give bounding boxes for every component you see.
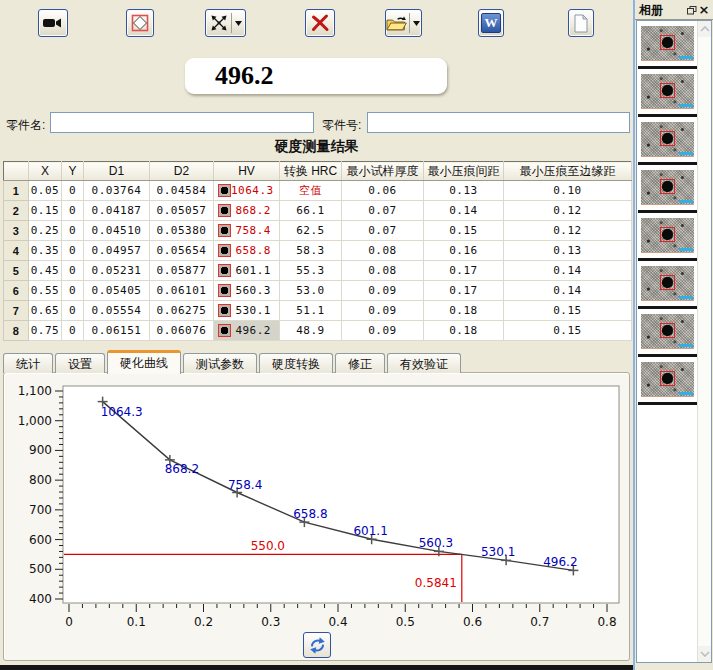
- cell-min_thickness[interactable]: 0.07: [342, 221, 424, 241]
- cell-min_spacing[interactable]: 0.14: [424, 201, 504, 221]
- cell-y[interactable]: 0: [62, 221, 84, 241]
- row-number[interactable]: 2: [4, 201, 29, 221]
- cell-x[interactable]: 0.55: [29, 281, 62, 301]
- column-header[interactable]: 最小压痕间距: [424, 162, 504, 181]
- cell-min_edge[interactable]: 0.15: [504, 301, 632, 321]
- cell-min_spacing[interactable]: 0.18: [424, 321, 504, 341]
- column-header[interactable]: HV: [214, 162, 280, 181]
- column-header[interactable]: Y: [62, 162, 84, 181]
- cell-d1[interactable]: 0.03764: [84, 181, 150, 201]
- cell-min_thickness[interactable]: 0.08: [342, 241, 424, 261]
- album-thumbnail[interactable]: [638, 69, 697, 117]
- cell-y[interactable]: 0: [62, 201, 84, 221]
- cell-hrc[interactable]: 空值: [280, 181, 342, 201]
- tab-5[interactable]: 修正: [335, 353, 385, 373]
- cell-d2[interactable]: 0.06101: [150, 281, 214, 301]
- row-number[interactable]: 5: [4, 261, 29, 281]
- cell-x[interactable]: 0.35: [29, 241, 62, 261]
- cell-d1[interactable]: 0.04187: [84, 201, 150, 221]
- column-header[interactable]: D1: [84, 162, 150, 181]
- cell-y[interactable]: 0: [62, 241, 84, 261]
- cell-min_spacing[interactable]: 0.17: [424, 281, 504, 301]
- part-name-input[interactable]: [50, 112, 314, 133]
- cell-y[interactable]: 0: [62, 181, 84, 201]
- cell-y[interactable]: 0: [62, 261, 84, 281]
- cell-min_edge[interactable]: 0.14: [504, 261, 632, 281]
- album-thumbnail[interactable]: [638, 261, 697, 309]
- row-number[interactable]: 6: [4, 281, 29, 301]
- scroll-up-button[interactable]: [698, 21, 711, 37]
- column-header[interactable]: [4, 162, 29, 181]
- cell-min_edge[interactable]: 0.13: [504, 241, 632, 261]
- cell-min_edge[interactable]: 0.10: [504, 181, 632, 201]
- cell-hv[interactable]: 868.2: [214, 201, 280, 221]
- column-header[interactable]: X: [29, 162, 62, 181]
- row-number[interactable]: 4: [4, 241, 29, 261]
- cell-hrc[interactable]: 62.5: [280, 221, 342, 241]
- row-number[interactable]: 1: [4, 181, 29, 201]
- cell-d2[interactable]: 0.05380: [150, 221, 214, 241]
- cell-hrc[interactable]: 66.1: [280, 201, 342, 221]
- album-thumbnail[interactable]: [638, 357, 697, 405]
- cell-d2[interactable]: 0.05654: [150, 241, 214, 261]
- cell-d2[interactable]: 0.06076: [150, 321, 214, 341]
- cell-hrc[interactable]: 53.0: [280, 281, 342, 301]
- cell-hv[interactable]: 530.1: [214, 301, 280, 321]
- cell-y[interactable]: 0: [62, 301, 84, 321]
- cell-d1[interactable]: 0.04957: [84, 241, 150, 261]
- tab-3[interactable]: 测试参数: [183, 353, 257, 373]
- cell-y[interactable]: 0: [62, 281, 84, 301]
- column-header[interactable]: 最小试样厚度: [342, 162, 424, 181]
- cell-min_spacing[interactable]: 0.16: [424, 241, 504, 261]
- tab-2[interactable]: 硬化曲线: [107, 350, 181, 374]
- refresh-chart-button[interactable]: [303, 632, 331, 658]
- album-thumbnail[interactable]: [638, 165, 697, 213]
- cell-min_thickness[interactable]: 0.06: [342, 181, 424, 201]
- cell-hv[interactable]: 1064.3: [214, 181, 280, 201]
- new-document-button[interactable]: [568, 9, 594, 37]
- tab-1[interactable]: 设置: [55, 353, 105, 373]
- cell-hrc[interactable]: 55.3: [280, 261, 342, 281]
- row-number[interactable]: 3: [4, 221, 29, 241]
- cell-min_edge[interactable]: 0.14: [504, 281, 632, 301]
- cell-min_edge[interactable]: 0.12: [504, 201, 632, 221]
- cell-hrc[interactable]: 58.3: [280, 241, 342, 261]
- cell-hv[interactable]: 601.1: [214, 261, 280, 281]
- move-stage-button[interactable]: [205, 9, 246, 37]
- part-number-input[interactable]: [367, 112, 630, 133]
- column-header[interactable]: 转换 HRC: [280, 162, 342, 181]
- cell-hv[interactable]: 496.2: [214, 321, 280, 341]
- export-word-button[interactable]: W: [478, 9, 504, 37]
- cell-d2[interactable]: 0.04584: [150, 181, 214, 201]
- row-number[interactable]: 7: [4, 301, 29, 321]
- delete-button[interactable]: [305, 9, 335, 37]
- cell-min_thickness[interactable]: 0.08: [342, 261, 424, 281]
- indentation-frame-button[interactable]: [126, 9, 154, 37]
- cell-d2[interactable]: 0.05057: [150, 201, 214, 221]
- chevron-down-icon[interactable]: [412, 21, 421, 26]
- cell-x[interactable]: 0.65: [29, 301, 62, 321]
- cell-d1[interactable]: 0.05405: [84, 281, 150, 301]
- cell-d1[interactable]: 0.04510: [84, 221, 150, 241]
- cell-x[interactable]: 0.45: [29, 261, 62, 281]
- cell-min_edge[interactable]: 0.12: [504, 221, 632, 241]
- cell-d2[interactable]: 0.05877: [150, 261, 214, 281]
- cell-min_spacing[interactable]: 0.17: [424, 261, 504, 281]
- cell-x[interactable]: 0.75: [29, 321, 62, 341]
- cell-min_thickness[interactable]: 0.09: [342, 301, 424, 321]
- cell-d1[interactable]: 0.05231: [84, 261, 150, 281]
- cell-x[interactable]: 0.25: [29, 221, 62, 241]
- cell-min_edge[interactable]: 0.15: [504, 321, 632, 341]
- column-header[interactable]: D2: [150, 162, 214, 181]
- album-scrollbar[interactable]: [697, 21, 711, 662]
- camera-button[interactable]: [38, 9, 68, 37]
- open-file-button[interactable]: [385, 9, 422, 37]
- cell-hv[interactable]: 758.4: [214, 221, 280, 241]
- cell-hrc[interactable]: 48.9: [280, 321, 342, 341]
- cell-hv[interactable]: 560.3: [214, 281, 280, 301]
- cell-hrc[interactable]: 51.1: [280, 301, 342, 321]
- cell-min_spacing[interactable]: 0.18: [424, 301, 504, 321]
- chevron-down-icon[interactable]: [234, 21, 243, 26]
- cell-x[interactable]: 0.15: [29, 201, 62, 221]
- float-panel-button[interactable]: [686, 4, 698, 17]
